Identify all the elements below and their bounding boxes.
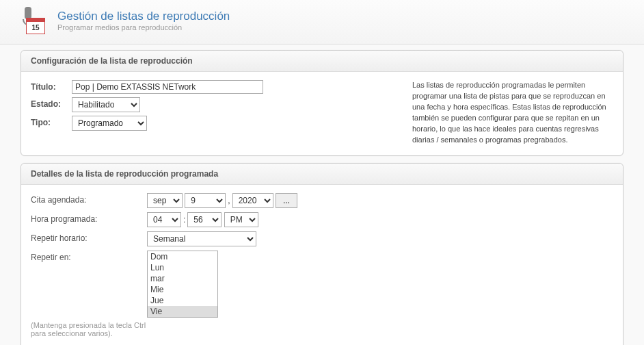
- panel-heading-schedule: Detalles de la lista de reproducción pro…: [21, 164, 623, 185]
- time-colon: :: [181, 215, 187, 225]
- type-label: Tipo:: [31, 116, 72, 127]
- repeat-on-label: Repetir en:: [31, 251, 147, 262]
- hour-select[interactable]: 04: [147, 212, 181, 227]
- day-option[interactable]: Mie: [148, 284, 217, 295]
- repeat-on-days-list[interactable]: DomLunmarMieJueVieSe sentó: [147, 251, 218, 318]
- scheduled-time-label: Hora programada:: [31, 212, 147, 224]
- type-select[interactable]: Programado: [72, 116, 147, 131]
- ampm-select[interactable]: PM: [224, 212, 258, 227]
- month-select[interactable]: sep: [147, 193, 183, 208]
- state-select[interactable]: Habilitado: [72, 97, 140, 112]
- repeat-schedule-label: Repetir horario:: [31, 231, 147, 243]
- date-picker-button[interactable]: ...: [276, 193, 297, 208]
- day-option[interactable]: Jue: [148, 295, 217, 306]
- header-text: Gestión de listas de reproducción Progra…: [57, 10, 230, 31]
- config-form: Título: Estado: Habilitado Tipo: Program…: [31, 80, 401, 146]
- minute-select[interactable]: 56: [187, 212, 222, 227]
- page-header: 15 Gestión de listas de reproducción Pro…: [0, 0, 644, 44]
- config-help-text: Las listas de reproducción programadas l…: [401, 80, 613, 146]
- microphone-calendar-icon: 15: [21, 7, 48, 34]
- day-option[interactable]: mar: [148, 273, 217, 284]
- date-comma: ,: [226, 196, 232, 205]
- state-label: Estado:: [31, 97, 72, 109]
- title-input[interactable]: [72, 80, 263, 94]
- page-subtitle: Programar medios para reproducción: [57, 23, 230, 31]
- day-select[interactable]: 9: [185, 193, 226, 208]
- panel-schedule-details: Detalles de la lista de reproducción pro…: [21, 163, 623, 345]
- page-title: Gestión de listas de reproducción: [57, 10, 230, 23]
- day-option[interactable]: Vie: [148, 306, 217, 317]
- repeat-schedule-select[interactable]: Semanal: [147, 231, 256, 246]
- day-option[interactable]: Lun: [148, 262, 217, 273]
- repeat-on-hint: (Mantenga presionada la tecla Ctrl para …: [31, 319, 147, 337]
- panel-heading-config: Configuración de la lista de reproducció…: [21, 51, 623, 72]
- title-label: Título:: [31, 80, 72, 92]
- panel-playlist-config: Configuración de la lista de reproducció…: [21, 50, 623, 156]
- scheduled-date-label: Cita agendada:: [31, 193, 147, 205]
- day-option[interactable]: Se sentó: [148, 317, 217, 318]
- year-select[interactable]: 2020: [232, 193, 273, 208]
- day-option[interactable]: Dom: [148, 251, 217, 262]
